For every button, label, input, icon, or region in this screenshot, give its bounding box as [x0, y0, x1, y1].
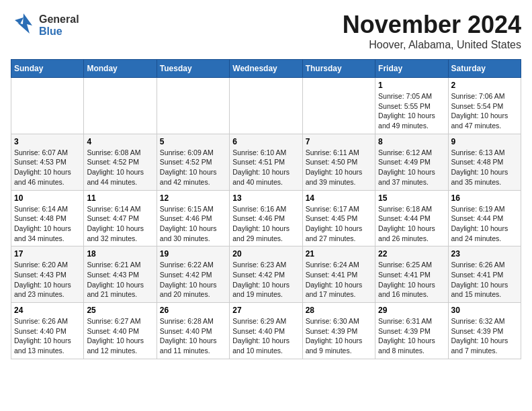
weekday-header: Friday	[375, 60, 448, 78]
calendar-cell: 20Sunrise: 6:23 AM Sunset: 4:42 PM Dayli…	[230, 246, 302, 303]
day-number: 10	[14, 193, 81, 203]
calendar-cell	[157, 78, 229, 134]
day-number: 24	[14, 306, 81, 315]
day-number: 1	[378, 81, 445, 90]
day-info: Sunrise: 6:22 AM Sunset: 4:42 PM Dayligh…	[160, 260, 226, 300]
calendar-week-row: 17Sunrise: 6:20 AM Sunset: 4:43 PM Dayli…	[11, 246, 521, 303]
day-number: 4	[87, 137, 153, 146]
header: General Blue November 2024 Hoover, Alaba…	[11, 11, 521, 51]
weekday-header: Thursday	[302, 60, 375, 78]
calendar-header-row: SundayMondayTuesdayWednesdayThursdayFrid…	[11, 60, 521, 78]
day-number: 3	[14, 137, 81, 146]
calendar-cell: 11Sunrise: 6:14 AM Sunset: 4:47 PM Dayli…	[84, 190, 157, 246]
calendar-cell: 16Sunrise: 6:19 AM Sunset: 4:44 PM Dayli…	[448, 190, 521, 246]
day-number: 29	[378, 306, 445, 315]
calendar-cell: 3Sunrise: 6:07 AM Sunset: 4:53 PM Daylig…	[11, 134, 84, 190]
day-info: Sunrise: 6:08 AM Sunset: 4:52 PM Dayligh…	[87, 148, 153, 187]
calendar-cell: 26Sunrise: 6:28 AM Sunset: 4:40 PM Dayli…	[157, 303, 229, 359]
weekday-header: Wednesday	[230, 60, 302, 78]
calendar-cell: 5Sunrise: 6:09 AM Sunset: 4:52 PM Daylig…	[157, 134, 229, 190]
day-number: 2	[451, 81, 518, 90]
calendar-week-row: 3Sunrise: 6:07 AM Sunset: 4:53 PM Daylig…	[11, 134, 521, 190]
logo-text: General Blue	[39, 13, 79, 38]
day-info: Sunrise: 6:17 AM Sunset: 4:45 PM Dayligh…	[306, 204, 372, 244]
day-info: Sunrise: 6:16 AM Sunset: 4:46 PM Dayligh…	[232, 204, 299, 244]
day-info: Sunrise: 6:07 AM Sunset: 4:53 PM Dayligh…	[14, 148, 81, 187]
day-info: Sunrise: 6:18 AM Sunset: 4:44 PM Dayligh…	[378, 204, 445, 244]
calendar-cell: 1Sunrise: 7:05 AM Sunset: 5:55 PM Daylig…	[375, 78, 448, 134]
calendar-cell: 7Sunrise: 6:11 AM Sunset: 4:50 PM Daylig…	[302, 134, 375, 190]
calendar-cell: 23Sunrise: 6:26 AM Sunset: 4:41 PM Dayli…	[448, 246, 521, 303]
day-number: 5	[160, 137, 226, 146]
calendar-cell: 9Sunrise: 6:13 AM Sunset: 4:48 PM Daylig…	[448, 134, 521, 190]
calendar-cell	[11, 78, 84, 134]
day-info: Sunrise: 6:12 AM Sunset: 4:49 PM Dayligh…	[378, 148, 445, 187]
day-number: 8	[378, 137, 445, 146]
calendar-cell: 27Sunrise: 6:29 AM Sunset: 4:40 PM Dayli…	[230, 303, 302, 359]
day-number: 21	[306, 249, 372, 259]
day-info: Sunrise: 6:15 AM Sunset: 4:46 PM Dayligh…	[160, 204, 226, 244]
day-number: 16	[451, 193, 518, 203]
day-info: Sunrise: 6:29 AM Sunset: 4:40 PM Dayligh…	[232, 316, 299, 356]
weekday-header: Tuesday	[157, 60, 229, 78]
day-number: 9	[451, 137, 518, 146]
day-info: Sunrise: 6:32 AM Sunset: 4:39 PM Dayligh…	[451, 316, 518, 356]
day-info: Sunrise: 6:20 AM Sunset: 4:43 PM Dayligh…	[14, 260, 81, 300]
day-info: Sunrise: 6:11 AM Sunset: 4:50 PM Dayligh…	[306, 148, 372, 187]
day-number: 14	[306, 193, 372, 203]
day-number: 17	[14, 249, 81, 259]
weekday-header: Monday	[84, 60, 157, 78]
day-info: Sunrise: 7:06 AM Sunset: 5:54 PM Dayligh…	[451, 91, 518, 131]
calendar-cell: 30Sunrise: 6:32 AM Sunset: 4:39 PM Dayli…	[448, 303, 521, 359]
day-info: Sunrise: 6:25 AM Sunset: 4:41 PM Dayligh…	[378, 260, 445, 300]
day-number: 28	[306, 306, 372, 315]
calendar-cell: 25Sunrise: 6:27 AM Sunset: 4:40 PM Dayli…	[84, 303, 157, 359]
logo-bird-icon	[11, 11, 36, 40]
day-number: 6	[232, 137, 299, 146]
day-info: Sunrise: 6:28 AM Sunset: 4:40 PM Dayligh…	[160, 316, 226, 356]
title-section: November 2024 Hoover, Alabama, United St…	[343, 11, 521, 51]
day-number: 18	[87, 249, 153, 259]
day-info: Sunrise: 7:05 AM Sunset: 5:55 PM Dayligh…	[378, 91, 445, 131]
calendar-cell	[84, 78, 157, 134]
day-info: Sunrise: 6:31 AM Sunset: 4:39 PM Dayligh…	[378, 316, 445, 356]
day-number: 13	[232, 193, 299, 203]
day-number: 30	[451, 306, 518, 315]
day-number: 11	[87, 193, 153, 203]
weekday-header: Sunday	[11, 60, 84, 78]
calendar-week-row: 10Sunrise: 6:14 AM Sunset: 4:48 PM Dayli…	[11, 190, 521, 246]
calendar-cell: 14Sunrise: 6:17 AM Sunset: 4:45 PM Dayli…	[302, 190, 375, 246]
day-number: 23	[451, 249, 518, 259]
day-info: Sunrise: 6:13 AM Sunset: 4:48 PM Dayligh…	[451, 148, 518, 187]
calendar-cell: 18Sunrise: 6:21 AM Sunset: 4:43 PM Dayli…	[84, 246, 157, 303]
day-number: 12	[160, 193, 226, 203]
day-info: Sunrise: 6:09 AM Sunset: 4:52 PM Dayligh…	[160, 148, 226, 187]
logo-general: General	[39, 13, 79, 26]
calendar-cell: 22Sunrise: 6:25 AM Sunset: 4:41 PM Dayli…	[375, 246, 448, 303]
calendar-cell: 8Sunrise: 6:12 AM Sunset: 4:49 PM Daylig…	[375, 134, 448, 190]
calendar-cell: 6Sunrise: 6:10 AM Sunset: 4:51 PM Daylig…	[230, 134, 302, 190]
day-info: Sunrise: 6:14 AM Sunset: 4:47 PM Dayligh…	[87, 204, 153, 244]
day-number: 19	[160, 249, 226, 259]
day-info: Sunrise: 6:19 AM Sunset: 4:44 PM Dayligh…	[451, 204, 518, 244]
svg-marker-1	[15, 17, 24, 24]
day-info: Sunrise: 6:27 AM Sunset: 4:40 PM Dayligh…	[87, 316, 153, 356]
calendar-cell: 10Sunrise: 6:14 AM Sunset: 4:48 PM Dayli…	[11, 190, 84, 246]
calendar-cell: 29Sunrise: 6:31 AM Sunset: 4:39 PM Dayli…	[375, 303, 448, 359]
calendar-cell: 28Sunrise: 6:30 AM Sunset: 4:39 PM Dayli…	[302, 303, 375, 359]
logo: General Blue	[11, 11, 79, 40]
calendar-cell: 17Sunrise: 6:20 AM Sunset: 4:43 PM Dayli…	[11, 246, 84, 303]
day-number: 22	[378, 249, 445, 259]
calendar-cell: 21Sunrise: 6:24 AM Sunset: 4:41 PM Dayli…	[302, 246, 375, 303]
day-info: Sunrise: 6:23 AM Sunset: 4:42 PM Dayligh…	[232, 260, 299, 300]
day-number: 15	[378, 193, 445, 203]
main-title: November 2024	[343, 11, 521, 39]
day-number: 20	[232, 249, 299, 259]
calendar-cell: 2Sunrise: 7:06 AM Sunset: 5:54 PM Daylig…	[448, 78, 521, 134]
calendar-cell: 15Sunrise: 6:18 AM Sunset: 4:44 PM Dayli…	[375, 190, 448, 246]
logo-blue: Blue	[39, 26, 79, 38]
day-number: 26	[160, 306, 226, 315]
day-info: Sunrise: 6:21 AM Sunset: 4:43 PM Dayligh…	[87, 260, 153, 300]
day-info: Sunrise: 6:10 AM Sunset: 4:51 PM Dayligh…	[232, 148, 299, 187]
weekday-header: Saturday	[448, 60, 521, 78]
